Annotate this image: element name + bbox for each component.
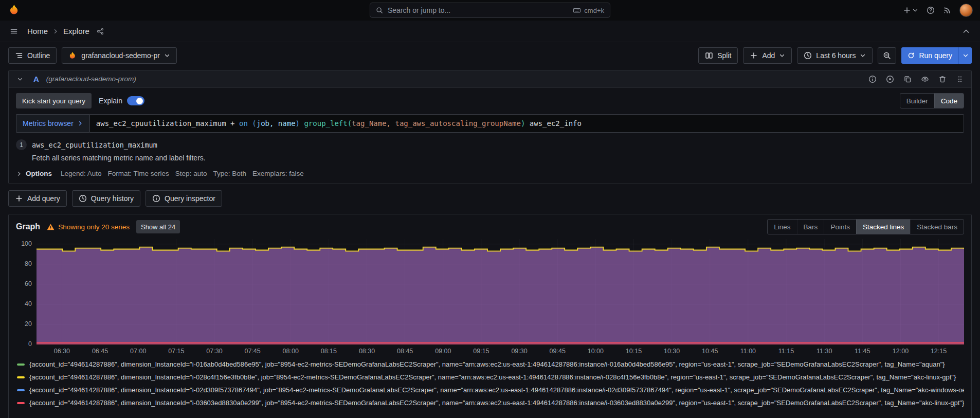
builder-mode-button[interactable]: Builder bbox=[900, 94, 934, 108]
viz-mode-lines[interactable]: Lines bbox=[768, 220, 796, 234]
viz-mode-stacked-lines[interactable]: Stacked lines bbox=[856, 220, 910, 234]
query-options-toggle[interactable]: Options Legend: AutoFormat: Time seriesS… bbox=[16, 170, 964, 177]
legend-item[interactable]: {account_id="494614287886", dimension_In… bbox=[17, 396, 964, 409]
grip-icon bbox=[956, 75, 964, 83]
outline-button[interactable]: Outline bbox=[8, 47, 57, 64]
query-inspector-button[interactable]: Query inspector bbox=[146, 190, 222, 207]
help-button[interactable] bbox=[927, 6, 935, 14]
kick-start-button[interactable]: Kick start your query bbox=[16, 93, 92, 108]
add-query-button[interactable]: Add query bbox=[8, 190, 67, 207]
graph-panel: Graph Showing only 20 series Show all 24… bbox=[8, 214, 972, 418]
legend-item[interactable]: {account_id="494614287886", dimension_In… bbox=[17, 358, 964, 371]
show-all-series-button[interactable]: Show all 24 bbox=[136, 220, 180, 233]
add-dropdown-button[interactable]: Add bbox=[743, 47, 792, 64]
duplicate-query-button[interactable] bbox=[901, 73, 914, 85]
legend-item[interactable]: {account_id="494614287886", dimension_In… bbox=[17, 384, 964, 396]
warning-triangle-icon bbox=[47, 223, 55, 231]
breadcrumb-bar: Home Explore bbox=[0, 21, 980, 42]
query-token: on bbox=[239, 119, 248, 128]
add-query-label: Add query bbox=[27, 194, 60, 203]
x-axis-label: 11:45 bbox=[855, 348, 870, 355]
query-history-button[interactable]: Query history bbox=[72, 190, 140, 207]
eye-icon bbox=[921, 75, 929, 83]
new-menu-button[interactable] bbox=[903, 6, 918, 14]
mega-menu-toggle[interactable] bbox=[8, 25, 20, 38]
x-axis-label: 10:45 bbox=[702, 348, 718, 355]
plus-icon bbox=[750, 51, 758, 60]
legend-swatch[interactable] bbox=[17, 364, 25, 366]
info-circle-icon bbox=[868, 75, 877, 83]
run-query-button[interactable]: Run query bbox=[901, 47, 958, 64]
add-button-label: Add bbox=[762, 51, 775, 60]
legend-swatch[interactable] bbox=[17, 402, 25, 404]
legend-item[interactable]: {account_id="494614287886", dimension_In… bbox=[17, 371, 964, 384]
grafana-flame-icon bbox=[8, 4, 21, 16]
zoom-out-button[interactable] bbox=[878, 47, 896, 64]
hamburger-icon bbox=[10, 27, 18, 35]
legend-swatch[interactable] bbox=[17, 389, 25, 391]
viz-mode-points[interactable]: Points bbox=[824, 220, 856, 234]
explain-toggle[interactable] bbox=[127, 96, 144, 105]
query-expression-input[interactable]: aws_ec2_cpuutilization_maximum + on (job… bbox=[89, 114, 964, 133]
run-query-label: Run query bbox=[919, 51, 952, 60]
run-query-interval-caret[interactable] bbox=[958, 47, 972, 64]
time-range-picker[interactable]: Last 6 hours bbox=[797, 47, 873, 64]
keyboard-icon bbox=[573, 6, 581, 14]
datasource-picker[interactable]: grafanacloud-sedemo-pr bbox=[62, 47, 177, 64]
query-token: tag_Name, tag_aws_autoscaling_groupName bbox=[352, 119, 521, 128]
split-button[interactable]: Split bbox=[698, 47, 738, 64]
options-summary-item: Exemplars: false bbox=[252, 170, 304, 177]
query-help-button[interactable] bbox=[866, 73, 879, 85]
toggle-visibility-button[interactable] bbox=[919, 73, 931, 85]
drag-handle[interactable] bbox=[954, 73, 966, 85]
graph-panel-title: Graph bbox=[16, 222, 40, 231]
rss-icon bbox=[943, 6, 951, 14]
y-axis-label: 100 bbox=[21, 240, 32, 247]
time-range-label: Last 6 hours bbox=[816, 51, 856, 60]
explain-description: Fetch all series matching metric name an… bbox=[32, 154, 964, 162]
user-avatar[interactable] bbox=[959, 4, 973, 17]
news-button[interactable] bbox=[943, 6, 951, 14]
legend-swatch[interactable] bbox=[17, 376, 25, 378]
options-summary-item: Type: Both bbox=[213, 170, 246, 177]
x-axis-label: 07:30 bbox=[206, 348, 222, 355]
query-row-header: A (grafanacloud-sedemo-prom) bbox=[9, 70, 971, 88]
zoom-out-icon bbox=[883, 51, 891, 60]
collapse-query-button[interactable] bbox=[14, 73, 26, 85]
query-token: ( bbox=[348, 119, 352, 128]
query-token: + bbox=[226, 119, 239, 128]
explore-toolbar: Outline grafanacloud-sedemo-pr Split Add… bbox=[0, 42, 980, 69]
x-axis-label: 08:15 bbox=[321, 348, 337, 355]
x-axis-label: 07:00 bbox=[130, 348, 146, 355]
metrics-browser-button[interactable]: Metrics browser bbox=[16, 114, 89, 133]
viz-mode-bars[interactable]: Bars bbox=[797, 220, 824, 234]
search-input[interactable]: Search or jump to... cmd+k bbox=[370, 3, 610, 18]
x-axis-label: 10:15 bbox=[626, 348, 642, 355]
code-mode-button[interactable]: Code bbox=[934, 94, 964, 108]
legend-label[interactable]: {account_id="494614287886", dimension_In… bbox=[29, 399, 964, 407]
collapse-controls-button[interactable] bbox=[960, 25, 972, 38]
chart-legend: {account_id="494614287886", dimension_In… bbox=[17, 358, 964, 409]
options-summary-item: Legend: Auto bbox=[61, 170, 102, 177]
query-disable-button[interactable] bbox=[884, 73, 896, 85]
chart-plot[interactable] bbox=[37, 239, 964, 344]
legend-label[interactable]: {account_id="494614287886", dimension_In… bbox=[29, 386, 964, 394]
x-axis-label: 08:00 bbox=[283, 348, 299, 355]
query-token: group_left bbox=[304, 119, 347, 128]
legend-label[interactable]: {account_id="494614287886", dimension_In… bbox=[29, 360, 945, 368]
breadcrumb-home[interactable]: Home bbox=[27, 27, 48, 35]
series-limit-warning: Showing only 20 series bbox=[47, 223, 130, 231]
share-shortened-link-button[interactable] bbox=[94, 25, 106, 38]
top-nav-actions bbox=[903, 4, 973, 17]
explain-line-number: 1 bbox=[16, 139, 27, 150]
query-ref-id[interactable]: A bbox=[31, 75, 41, 83]
remove-query-button[interactable] bbox=[936, 73, 949, 85]
grafana-logo[interactable] bbox=[7, 3, 22, 17]
top-nav: Search or jump to... cmd+k bbox=[0, 0, 980, 21]
query-token bbox=[248, 119, 252, 128]
breadcrumb-current[interactable]: Explore bbox=[63, 27, 89, 35]
viz-mode-stacked-bars[interactable]: Stacked bars bbox=[910, 220, 964, 234]
legend-label[interactable]: {account_id="494614287886", dimension_In… bbox=[29, 373, 956, 381]
chevron-down-icon bbox=[860, 52, 866, 59]
chart-area: 020406080100 bbox=[16, 239, 964, 344]
